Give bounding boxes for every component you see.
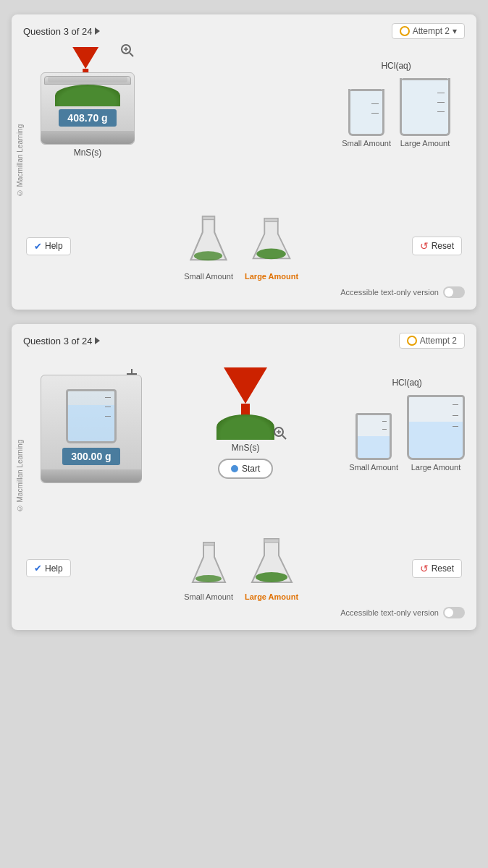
beaker-large-1 bbox=[400, 78, 450, 136]
dropdown-arrow-1: ▾ bbox=[453, 26, 457, 36]
bl-2 bbox=[382, 429, 387, 430]
funnel-large-top-2 bbox=[224, 367, 267, 404]
beaker-small-2 bbox=[356, 413, 392, 460]
hcl-label-2: HCl(aq) bbox=[392, 378, 421, 388]
beaker-large-lines-2 bbox=[453, 404, 458, 427]
accessible-row-1: Accessible text-only version bbox=[23, 286, 465, 298]
toggle-knob-1 bbox=[445, 288, 453, 297]
mns-flasks-1: Small Amount Large Amount bbox=[184, 211, 298, 281]
mns-small-flask-1[interactable]: Small Amount bbox=[184, 211, 233, 281]
beaker-line-2 bbox=[371, 113, 379, 114]
flask-svg-small-2 bbox=[189, 539, 229, 590]
hcl-label-1: HCl(aq) bbox=[381, 61, 411, 71]
svg-rect-18 bbox=[203, 542, 214, 545]
scale-platform-top-1 bbox=[48, 77, 127, 82]
svg-line-1 bbox=[130, 53, 133, 56]
hcl-area-1: HCl(aq) Small Amount bbox=[342, 58, 450, 148]
bottom-row-2: ✔ Help Small Amount Large bbox=[23, 535, 465, 601]
help-button-1[interactable]: ✔ Help bbox=[26, 237, 71, 255]
scale-body-2: 300.00 g bbox=[41, 375, 142, 483]
b-line-2 bbox=[105, 407, 111, 407]
beaker-line-3 bbox=[437, 93, 445, 93]
large-amount-label-1: Large Amount bbox=[400, 139, 450, 148]
scale-body-1: 408.70 g bbox=[41, 72, 135, 145]
large-amount-mns-2: Large Amount bbox=[245, 592, 298, 601]
chevron-right-icon-2 bbox=[95, 337, 100, 344]
check-icon-1: ✔ bbox=[34, 241, 42, 252]
scale-2: 300.00 g bbox=[41, 375, 142, 483]
small-amount-mns-2: Small Amount bbox=[184, 592, 233, 601]
b-line-3 bbox=[105, 416, 111, 417]
magnifier-2[interactable] bbox=[273, 426, 287, 443]
hcl-small-beaker-1[interactable]: Small Amount bbox=[342, 89, 391, 148]
scale-beaker-lines bbox=[105, 397, 111, 417]
accessible-toggle-2[interactable] bbox=[443, 607, 465, 618]
bottom-row-1: ✔ Help Small Amount Large bbox=[23, 211, 465, 281]
attempt-icon-1 bbox=[400, 26, 410, 36]
help-button-2[interactable]: ✔ Help bbox=[26, 559, 71, 577]
scale-display-1: 408.70 g bbox=[59, 109, 117, 127]
beaker-large-2 bbox=[407, 395, 465, 460]
panel-1: Question 3 of 24 Attempt 2 ▾ © Macmillan… bbox=[12, 14, 476, 310]
flask-svg-large-1 bbox=[250, 211, 293, 269]
liquid-small-2 bbox=[358, 436, 390, 458]
svg-rect-21 bbox=[264, 539, 279, 542]
flask-svg-large-2 bbox=[248, 535, 295, 590]
start-dot-2 bbox=[231, 465, 238, 472]
small-amount-hcl-2: Small Amount bbox=[349, 463, 398, 472]
mns-label-1: MnS(s) bbox=[74, 148, 102, 158]
hcl-large-beaker-1[interactable]: Large Amount bbox=[400, 78, 450, 148]
attempt-button-1[interactable]: Attempt 2 ▾ bbox=[392, 23, 465, 39]
reset-button-2[interactable]: ↺ Reset bbox=[412, 559, 462, 578]
bl-1 bbox=[382, 421, 387, 422]
check-icon-2: ✔ bbox=[34, 563, 42, 574]
beaker-lines-large-1 bbox=[437, 93, 445, 112]
scale-platform-1 bbox=[44, 76, 131, 85]
beaker-line-1 bbox=[371, 103, 379, 104]
sim-area-1: 408.70 g MnS(s) HCl(aq) Small Amount bbox=[23, 45, 465, 204]
svg-point-5 bbox=[194, 251, 222, 260]
mns-large-flask-2[interactable]: Large Amount bbox=[245, 535, 298, 601]
reset-button-1[interactable]: ↺ Reset bbox=[412, 237, 462, 255]
b-line-1 bbox=[105, 397, 111, 398]
beaker-small-1 bbox=[348, 89, 384, 136]
green-mound-1 bbox=[55, 85, 120, 106]
funnel-top-1 bbox=[72, 47, 98, 69]
beaker-line-5 bbox=[437, 111, 445, 112]
attempt-icon-2 bbox=[407, 336, 417, 346]
small-amount-label-1: Small Amount bbox=[342, 139, 391, 148]
hcl-area-2: HCl(aq) Small Amount bbox=[349, 375, 465, 472]
sim-area-2: 300.00 g bbox=[23, 354, 465, 528]
bll-2 bbox=[453, 415, 458, 416]
panel-2-header: Question 3 of 24 Attempt 2 bbox=[23, 333, 465, 349]
svg-point-17 bbox=[195, 575, 222, 582]
small-amount-mns-1: Small Amount bbox=[184, 272, 233, 281]
large-amount-hcl-2: Large Amount bbox=[411, 463, 461, 472]
mns-large-flask-1[interactable]: Large Amount bbox=[245, 211, 298, 281]
flask-svg-small-1 bbox=[187, 211, 230, 269]
toggle-knob-2 bbox=[445, 608, 453, 617]
svg-rect-9 bbox=[264, 218, 277, 222]
mns-flasks-2: Small Amount Large Amount bbox=[184, 535, 298, 601]
start-button-2[interactable]: Start bbox=[218, 459, 273, 479]
mns-label-2: MnS(s) bbox=[232, 443, 260, 453]
bll-3 bbox=[453, 426, 458, 427]
mns-small-flask-2[interactable]: Small Amount bbox=[184, 539, 233, 601]
question-label-2: Question 3 of 24 bbox=[23, 336, 100, 346]
hcl-large-beaker-2[interactable]: Large Amount bbox=[407, 395, 465, 472]
beaker-on-scale-2 bbox=[66, 389, 117, 443]
hcl-small-beaker-2[interactable]: Small Amount bbox=[349, 413, 398, 472]
reset-icon-1: ↺ bbox=[420, 240, 429, 252]
accessible-toggle-1[interactable] bbox=[443, 286, 465, 298]
question-label-1: Question 3 of 24 bbox=[23, 26, 100, 37]
bll-1 bbox=[453, 404, 458, 405]
chevron-right-icon-1 bbox=[95, 27, 100, 35]
beaker-lines-small-1 bbox=[371, 103, 379, 114]
svg-point-8 bbox=[256, 249, 286, 260]
reset-icon-2: ↺ bbox=[420, 563, 429, 574]
attempt-button-2[interactable]: Attempt 2 bbox=[399, 333, 465, 349]
magnifier-1[interactable] bbox=[120, 43, 135, 61]
scale-1: 408.70 g MnS(s) bbox=[41, 72, 135, 158]
large-amount-mns-1: Large Amount bbox=[245, 272, 298, 281]
accessible-row-2: Accessible text-only version bbox=[23, 607, 465, 618]
